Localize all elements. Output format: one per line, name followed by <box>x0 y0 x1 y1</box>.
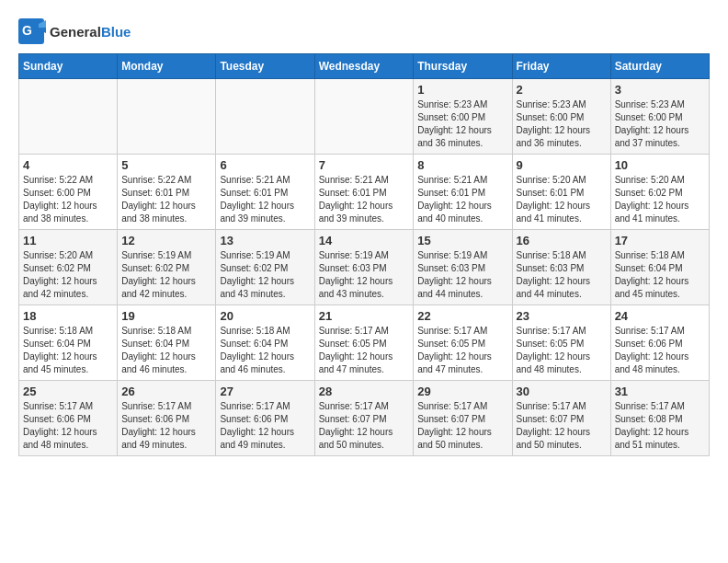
day-cell: 11Sunrise: 5:20 AM Sunset: 6:02 PM Dayli… <box>19 230 118 305</box>
logo-general: General <box>50 24 101 40</box>
day-cell: 19Sunrise: 5:18 AM Sunset: 6:04 PM Dayli… <box>118 305 216 381</box>
day-cell: 6Sunrise: 5:21 AM Sunset: 6:01 PM Daylig… <box>216 155 314 230</box>
day-number: 10 <box>615 158 705 172</box>
day-info: Sunrise: 5:20 AM Sunset: 6:02 PM Dayligh… <box>23 249 113 301</box>
day-number: 8 <box>417 158 507 172</box>
day-cell: 27Sunrise: 5:17 AM Sunset: 6:06 PM Dayli… <box>216 381 314 456</box>
day-cell: 20Sunrise: 5:18 AM Sunset: 6:04 PM Dayli… <box>216 305 314 381</box>
day-cell: 2Sunrise: 5:23 AM Sunset: 6:00 PM Daylig… <box>512 79 610 155</box>
day-cell: 28Sunrise: 5:17 AM Sunset: 6:07 PM Dayli… <box>314 381 414 456</box>
week-row-5: 25Sunrise: 5:17 AM Sunset: 6:06 PM Dayli… <box>19 381 710 456</box>
day-header-thursday: Thursday <box>414 54 512 79</box>
day-header-wednesday: Wednesday <box>314 54 414 79</box>
week-row-3: 11Sunrise: 5:20 AM Sunset: 6:02 PM Dayli… <box>19 230 710 305</box>
day-number: 17 <box>615 234 705 247</box>
day-cell: 18Sunrise: 5:18 AM Sunset: 6:04 PM Dayli… <box>19 305 118 381</box>
calendar-table: SundayMondayTuesdayWednesdayThursdayFrid… <box>18 53 710 456</box>
day-number: 31 <box>615 385 705 398</box>
week-row-4: 18Sunrise: 5:18 AM Sunset: 6:04 PM Dayli… <box>19 305 710 381</box>
day-info: Sunrise: 5:20 AM Sunset: 6:01 PM Dayligh… <box>517 174 607 225</box>
day-header-monday: Monday <box>118 54 216 79</box>
day-number: 5 <box>121 158 211 172</box>
day-info: Sunrise: 5:17 AM Sunset: 6:08 PM Dayligh… <box>615 400 705 452</box>
day-info: Sunrise: 5:17 AM Sunset: 6:06 PM Dayligh… <box>615 325 705 376</box>
day-cell: 15Sunrise: 5:19 AM Sunset: 6:03 PM Dayli… <box>414 230 512 305</box>
day-cell: 17Sunrise: 5:18 AM Sunset: 6:04 PM Dayli… <box>610 230 709 305</box>
day-info: Sunrise: 5:18 AM Sunset: 6:04 PM Dayligh… <box>220 325 310 376</box>
day-info: Sunrise: 5:19 AM Sunset: 6:03 PM Dayligh… <box>319 249 410 301</box>
day-number: 28 <box>319 385 410 398</box>
day-number: 1 <box>417 83 507 97</box>
day-number: 12 <box>121 234 211 247</box>
day-number: 4 <box>23 158 113 172</box>
day-info: Sunrise: 5:19 AM Sunset: 6:03 PM Dayligh… <box>417 249 507 301</box>
day-info: Sunrise: 5:22 AM Sunset: 6:00 PM Dayligh… <box>23 174 113 225</box>
day-cell: 26Sunrise: 5:17 AM Sunset: 6:06 PM Dayli… <box>118 381 216 456</box>
logo-icon: G <box>18 18 46 44</box>
calendar-header: SundayMondayTuesdayWednesdayThursdayFrid… <box>19 54 710 79</box>
day-number: 25 <box>23 385 113 398</box>
day-number: 2 <box>517 83 607 97</box>
day-number: 19 <box>121 309 211 323</box>
day-cell: 24Sunrise: 5:17 AM Sunset: 6:06 PM Dayli… <box>610 305 709 381</box>
day-info: Sunrise: 5:21 AM Sunset: 6:01 PM Dayligh… <box>417 174 507 225</box>
day-number: 23 <box>517 309 607 323</box>
week-row-1: 1Sunrise: 5:23 AM Sunset: 6:00 PM Daylig… <box>19 79 710 155</box>
logo: G GeneralBlue <box>18 18 131 44</box>
day-info: Sunrise: 5:21 AM Sunset: 6:01 PM Dayligh… <box>319 174 410 225</box>
day-info: Sunrise: 5:23 AM Sunset: 6:00 PM Dayligh… <box>517 98 607 150</box>
day-number: 16 <box>517 234 607 247</box>
day-info: Sunrise: 5:22 AM Sunset: 6:01 PM Dayligh… <box>121 174 211 225</box>
day-cell: 8Sunrise: 5:21 AM Sunset: 6:01 PM Daylig… <box>414 155 512 230</box>
day-info: Sunrise: 5:18 AM Sunset: 6:03 PM Dayligh… <box>517 249 607 301</box>
day-cell <box>314 79 414 155</box>
day-info: Sunrise: 5:17 AM Sunset: 6:06 PM Dayligh… <box>220 400 310 452</box>
day-number: 11 <box>23 234 113 247</box>
day-info: Sunrise: 5:18 AM Sunset: 6:04 PM Dayligh… <box>23 325 113 376</box>
day-cell: 14Sunrise: 5:19 AM Sunset: 6:03 PM Dayli… <box>314 230 414 305</box>
day-number: 6 <box>220 158 310 172</box>
week-row-2: 4Sunrise: 5:22 AM Sunset: 6:00 PM Daylig… <box>19 155 710 230</box>
day-number: 7 <box>319 158 410 172</box>
svg-text:G: G <box>22 23 32 38</box>
day-header-saturday: Saturday <box>610 54 709 79</box>
day-number: 13 <box>220 234 310 247</box>
day-cell <box>118 79 216 155</box>
day-info: Sunrise: 5:17 AM Sunset: 6:06 PM Dayligh… <box>121 400 211 452</box>
day-info: Sunrise: 5:19 AM Sunset: 6:02 PM Dayligh… <box>121 249 211 301</box>
day-cell: 9Sunrise: 5:20 AM Sunset: 6:01 PM Daylig… <box>512 155 610 230</box>
day-number: 26 <box>121 385 211 398</box>
day-info: Sunrise: 5:17 AM Sunset: 6:07 PM Dayligh… <box>417 400 507 452</box>
day-number: 21 <box>319 309 410 323</box>
day-cell: 30Sunrise: 5:17 AM Sunset: 6:07 PM Dayli… <box>512 381 610 456</box>
day-cell: 22Sunrise: 5:17 AM Sunset: 6:05 PM Dayli… <box>414 305 512 381</box>
logo-blue: Blue <box>101 24 131 40</box>
day-number: 22 <box>417 309 507 323</box>
day-info: Sunrise: 5:19 AM Sunset: 6:02 PM Dayligh… <box>220 249 310 301</box>
day-info: Sunrise: 5:17 AM Sunset: 6:07 PM Dayligh… <box>517 400 607 452</box>
day-info: Sunrise: 5:17 AM Sunset: 6:07 PM Dayligh… <box>319 400 410 452</box>
day-info: Sunrise: 5:17 AM Sunset: 6:06 PM Dayligh… <box>23 400 113 452</box>
day-info: Sunrise: 5:17 AM Sunset: 6:05 PM Dayligh… <box>417 325 507 376</box>
day-header-friday: Friday <box>512 54 610 79</box>
day-number: 9 <box>517 158 607 172</box>
day-cell: 4Sunrise: 5:22 AM Sunset: 6:00 PM Daylig… <box>19 155 118 230</box>
day-cell: 29Sunrise: 5:17 AM Sunset: 6:07 PM Dayli… <box>414 381 512 456</box>
day-info: Sunrise: 5:23 AM Sunset: 6:00 PM Dayligh… <box>615 98 705 150</box>
day-cell: 3Sunrise: 5:23 AM Sunset: 6:00 PM Daylig… <box>610 79 709 155</box>
day-info: Sunrise: 5:23 AM Sunset: 6:00 PM Dayligh… <box>417 98 507 150</box>
day-info: Sunrise: 5:20 AM Sunset: 6:02 PM Dayligh… <box>615 174 705 225</box>
day-number: 18 <box>23 309 113 323</box>
day-number: 3 <box>615 83 705 97</box>
day-cell <box>216 79 314 155</box>
day-cell: 31Sunrise: 5:17 AM Sunset: 6:08 PM Dayli… <box>610 381 709 456</box>
day-cell: 10Sunrise: 5:20 AM Sunset: 6:02 PM Dayli… <box>610 155 709 230</box>
page-header: G GeneralBlue <box>18 18 710 44</box>
day-cell: 25Sunrise: 5:17 AM Sunset: 6:06 PM Dayli… <box>19 381 118 456</box>
day-info: Sunrise: 5:17 AM Sunset: 6:05 PM Dayligh… <box>517 325 607 376</box>
day-header-sunday: Sunday <box>19 54 118 79</box>
day-number: 24 <box>615 309 705 323</box>
day-info: Sunrise: 5:17 AM Sunset: 6:05 PM Dayligh… <box>319 325 410 376</box>
day-number: 15 <box>417 234 507 247</box>
day-info: Sunrise: 5:21 AM Sunset: 6:01 PM Dayligh… <box>220 174 310 225</box>
